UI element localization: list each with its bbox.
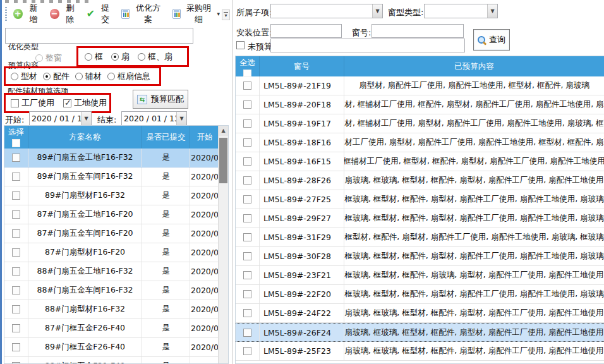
toolbar-overflow-button[interactable] (222, 9, 230, 20)
budget-table-row[interactable]: LM5L-89#-25F23 扇玻璃, 框玻璃, 框型材, 框配件, 扇型材, … (236, 342, 604, 361)
select-all-checkbox[interactable] (243, 70, 251, 76)
budget-table-row[interactable]: LM5L-89#-20F18 框型材, 框辅材工厂使用, 框配件, 扇型材, 扇… (236, 95, 604, 114)
budget-table-row[interactable]: LM5L-89#-23F21 框玻璃, 框型材, 框配件, 扇玻璃, 扇型材, … (236, 266, 604, 285)
install-position-input[interactable] (270, 24, 342, 38)
add-button[interactable]: + 新增 (13, 3, 41, 25)
plan-table-row[interactable]: 87#门扇五金工地F16-F20 是 2020/0 (4, 205, 219, 224)
budgeted-content-column-header[interactable]: 已预算内容 (344, 56, 604, 76)
sub-item-select[interactable]: ▼ (270, 4, 383, 18)
plan-table-row[interactable]: 88#门扇五金车间F16-F32 是 2020/0 (4, 281, 219, 300)
row-checkbox[interactable] (243, 157, 251, 166)
plan-table-row[interactable]: 88#门扇型材F16-F32 是 2020/0 (4, 300, 219, 319)
row-checkbox[interactable] (243, 138, 251, 147)
budget-table-row[interactable]: LM5L-89#-16F15 框辅材工厂使用, 框型材, 框配件, 扇型材, 扇… (236, 152, 604, 171)
plan-table-row[interactable]: 89#门框五金F26-F40 是 2020/0 (4, 338, 219, 357)
radio-option[interactable]: 框扇信息 (107, 71, 150, 82)
scrollbar-thumb[interactable] (219, 138, 227, 183)
budget-table-row[interactable]: LM5L-89#-29F27 框玻璃, 框型材, 框配件, 扇型材, 扇配件工厂… (236, 209, 604, 228)
plan-table-row[interactable]: 87#门扇型材F16-F20 是 2020/0 (4, 243, 219, 262)
budget-table-row[interactable]: LM5L-89#-18F16 框辅材工厂使用, 扇型材, 扇配件工厂使用, 扇配… (236, 133, 604, 152)
start-column-header[interactable]: 开始 (190, 126, 219, 149)
select-all-checkbox[interactable] (12, 139, 20, 147)
submitted-cell: 是 (142, 357, 190, 364)
budget-match-button[interactable]: ⇆ 预算匹配 (133, 90, 188, 109)
plan-table-row[interactable]: 88#门框五金F21-F40 是 2020/0 (4, 357, 219, 364)
plan-table-scrollbar[interactable]: ▲ (218, 126, 228, 363)
budget-table-row[interactable]: LM5L-89#-19F17 框型材, 框辅材工厂使用, 扇型材, 扇配件工厂使… (236, 114, 604, 133)
row-checkbox[interactable] (12, 210, 20, 219)
row-checkbox[interactable] (243, 119, 251, 128)
budget-table-row[interactable]: LM5L-89#-22F20 框玻璃, 框型材, 框配件, 扇型材, 扇配件工厂… (236, 285, 604, 304)
row-checkbox[interactable] (243, 329, 251, 337)
plan-name-column-header[interactable]: 方案名称 (28, 126, 142, 149)
row-checkbox[interactable] (12, 324, 20, 332)
row-checkbox[interactable] (12, 191, 20, 200)
plan-table-row[interactable]: 89#门扇型材F16-F32 是 2020/0 (4, 186, 219, 205)
radio-option[interactable]: 配件 (43, 71, 69, 82)
chevron-down-icon[interactable]: ▼ (372, 4, 382, 18)
optimize-plan-button[interactable]: 优化方案 (121, 3, 163, 25)
budget-table-row[interactable]: LM5L-89#-30F28 框玻璃, 框型材, 框配件, 扇型材, 扇配件工厂… (236, 247, 604, 266)
radio-option-whole-window[interactable]: 整窗 (35, 52, 62, 64)
row-checkbox[interactable] (12, 248, 20, 257)
row-checkbox[interactable] (12, 267, 20, 276)
row-checkbox[interactable] (243, 100, 251, 109)
row-checkbox[interactable] (12, 343, 20, 351)
panel-splitter[interactable] (232, 0, 233, 364)
plan-table-row[interactable]: 88#门扇五金工地F16-F32 是 2020/0 (4, 262, 219, 281)
budget-table-row[interactable]: LM5L-89#-21F19 扇型材, 扇配件工厂使用, 扇配件工地使用, 框型… (236, 76, 604, 95)
window-no-input[interactable] (371, 24, 464, 38)
row-checkbox[interactable] (243, 176, 251, 185)
window-no-column-header[interactable]: 窗号 (260, 56, 344, 76)
dock-edge-strip[interactable] (0, 0, 3, 364)
radio-label: 框 (95, 51, 103, 63)
radio-option[interactable]: 框、扇 (138, 51, 172, 63)
row-checkbox[interactable] (12, 154, 20, 162)
delete-icon: − (50, 9, 59, 19)
row-checkbox[interactable] (243, 290, 251, 298)
radio-option[interactable]: 辅材 (75, 71, 102, 82)
budget-table-row[interactable]: LM5L-89#-26F24 扇玻璃, 框玻璃, 框型材, 框配件, 扇型材, … (236, 323, 604, 342)
plan-table-row[interactable]: 87#门扇五金车间F16-F20 是 2020/0 (4, 224, 219, 243)
radio-option[interactable]: 框 (85, 51, 103, 63)
no-budget-input[interactable] (270, 39, 465, 52)
scroll-up-icon[interactable]: ▲ (219, 126, 228, 136)
row-checkbox[interactable] (243, 252, 251, 260)
row-checkbox[interactable] (12, 286, 20, 294)
purchase-detail-button[interactable]: 采购明细 ▾ (172, 3, 220, 25)
row-checkbox[interactable] (243, 82, 251, 90)
radio-option[interactable]: 型材 (11, 71, 37, 82)
end-date-picker[interactable]: 2020 / 01 / 13 ▼ (121, 111, 187, 126)
row-checkbox[interactable] (243, 233, 251, 241)
row-checkbox[interactable] (12, 305, 20, 313)
plan-table-row[interactable]: 89#门扇五金工地F16-F32 是 2020/0 (4, 149, 219, 167)
budget-table-row[interactable]: LM5L-89#-24F22 扇玻璃, 框玻璃, 框型材, 框配件, 扇型材, … (236, 304, 604, 323)
row-checkbox[interactable] (243, 347, 251, 355)
plan-table-row[interactable]: 87#门框五金F26-F40 是 2020/0 (4, 319, 219, 338)
row-checkbox[interactable] (12, 229, 20, 238)
budget-table-row[interactable]: LM5L-89#-27F25 框玻璃, 框型材, 框配件, 扇型材, 扇配件工厂… (236, 190, 604, 209)
budget-table-row[interactable]: LM5L-89#-28F26 扇玻璃, 框玻璃, 框型材, 框配件, 扇型材, … (236, 171, 604, 190)
delete-button[interactable]: − 删除 (50, 3, 78, 25)
row-checkbox[interactable] (243, 195, 251, 203)
submit-button[interactable]: ✔ 提交 (87, 3, 113, 25)
chevron-down-icon[interactable]: ▼ (487, 4, 497, 18)
query-button[interactable]: 查询 (473, 29, 510, 51)
checkbox-option[interactable]: 工地使用 (63, 97, 107, 109)
toolbar-grip[interactable] (5, 7, 7, 21)
submitted-column-header[interactable]: 是否已提交 (142, 126, 190, 149)
chevron-down-icon[interactable]: ▼ (81, 112, 91, 125)
checkbox-option[interactable]: 工厂使用 (11, 97, 54, 109)
start-date-picker[interactable]: 2020 / 01 / 1 ▼ (29, 111, 92, 126)
row-checkbox[interactable] (243, 271, 251, 279)
row-checkbox[interactable] (12, 173, 20, 181)
row-checkbox[interactable] (243, 309, 251, 317)
row-checkbox[interactable] (243, 214, 251, 222)
window-type-select[interactable]: ▼ (424, 4, 498, 18)
no-budget-checkbox[interactable] (236, 41, 245, 49)
query-label: 查询 (489, 34, 505, 46)
chevron-down-icon[interactable]: ▼ (176, 112, 186, 125)
plan-table-row[interactable]: 89#门扇五金车间F16-F32 是 2020/0 (4, 167, 219, 186)
radio-option[interactable]: 扇 (111, 51, 130, 63)
budget-table-row[interactable]: LM5L-89#-31F29 框型材, 框配件, 扇型材, 扇配件工厂使用, 扇… (236, 228, 604, 247)
